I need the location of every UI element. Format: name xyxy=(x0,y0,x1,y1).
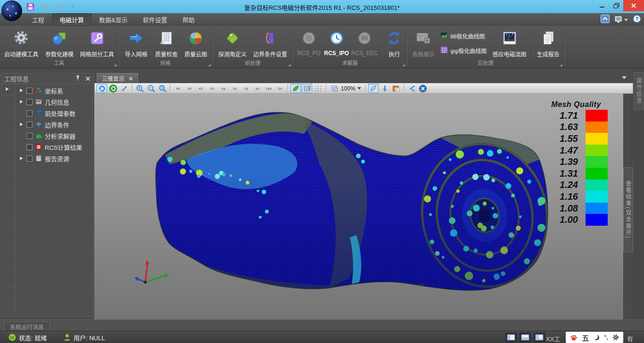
tree-item-geometry-info[interactable]: 几何信息 xyxy=(16,96,93,107)
checkbox[interactable] xyxy=(26,99,33,105)
expand-arrow-icon[interactable] xyxy=(20,100,23,104)
parametric-modeling-button[interactable]: 参数化建模 xyxy=(41,27,78,60)
tab-3d-display[interactable]: 三维显示 xyxy=(97,73,138,83)
generate-report-button[interactable]: 生成报告 xyxy=(535,27,562,60)
group-expand-icon[interactable] xyxy=(114,64,116,66)
drop-direction-button[interactable] xyxy=(380,84,390,93)
tab-project[interactable]: 工程 xyxy=(25,13,52,26)
tab-help[interactable]: 帮助 xyxy=(175,13,202,26)
collapse-ribbon-button[interactable] xyxy=(601,15,610,25)
checkbox[interactable] xyxy=(26,155,33,162)
pan-zoom-button[interactable] xyxy=(119,84,130,93)
mesh-tool-button[interactable]: 网格剖分工具 xyxy=(78,27,116,60)
status-text: 状态: 就绪 xyxy=(19,333,47,342)
checkbox[interactable] xyxy=(26,110,33,116)
expand-arrow-icon[interactable] xyxy=(20,89,23,92)
rcs-eec-button[interactable]: RCS_EEC xyxy=(350,27,379,60)
tree-item-coordinate-system[interactable]: 坐标系 xyxy=(16,85,93,96)
display-settings-button[interactable] xyxy=(614,16,628,24)
zoom-level-widget[interactable]: 100% xyxy=(329,84,363,93)
boundary-settings-button[interactable]: 边界条件设置 xyxy=(250,27,290,60)
help-button[interactable]: ? xyxy=(633,15,641,25)
close-button[interactable] xyxy=(623,0,644,11)
tab-list-dropdown-icon[interactable] xyxy=(622,76,627,79)
tab-software-settings[interactable]: 软件设置 xyxy=(135,13,175,26)
view-preset-button[interactable]: yx xyxy=(252,84,263,93)
view-preset-button[interactable]: xz xyxy=(196,84,206,93)
qat-customize-button[interactable] xyxy=(68,2,77,11)
probe-angle-button[interactable]: 探测角定义 xyxy=(215,27,250,60)
execute-button[interactable]: 执行 xyxy=(384,27,405,60)
group-expand-icon[interactable] xyxy=(402,64,405,66)
quality-check-button[interactable]: 质量检查 xyxy=(151,27,181,60)
theta-polar-curve-button[interactable]: θθ极化曲线图 xyxy=(440,32,487,41)
view-results-vertical-tab[interactable]: 查看结果(双击展开) xyxy=(623,167,633,252)
probe-connector-button[interactable] xyxy=(406,84,417,93)
checkbox[interactable] xyxy=(26,133,33,139)
undo-button[interactable] xyxy=(40,2,49,11)
root-expand-arrow[interactable] xyxy=(6,87,9,91)
view-preset-button[interactable]: zy xyxy=(230,84,240,93)
group-expand-icon[interactable] xyxy=(560,64,562,66)
tab-data-display[interactable]: 数据&显示 xyxy=(91,13,135,26)
launch-modeler-button[interactable]: 启动建模工具 xyxy=(2,27,41,60)
tree-item-report-resources[interactable]: 报告资源 xyxy=(16,153,93,164)
properties-vertical-tab[interactable]: 属性信息 xyxy=(634,72,644,110)
zoom-out-button[interactable] xyxy=(146,84,157,93)
psi-polar-curve-button[interactable]: ψψ极化曲线图 xyxy=(440,46,487,55)
expand-arrow-icon[interactable] xyxy=(20,156,23,160)
tab-em-compute[interactable]: 电磁计算 xyxy=(52,13,91,26)
checkbox[interactable] xyxy=(26,122,33,128)
surface-pick-button[interactable] xyxy=(368,84,379,93)
layout-bottom-panel-button[interactable] xyxy=(520,333,531,342)
import-mesh-button[interactable]: 导入网格 xyxy=(121,27,151,60)
flat-shading-button[interactable] xyxy=(302,84,312,93)
view-preset-button[interactable]: zx xyxy=(207,84,217,93)
view-preset-button[interactable]: zy xyxy=(241,84,251,93)
tree-item-rcs-results[interactable]: RCS计算结果 xyxy=(16,141,93,153)
capture-view-button[interactable] xyxy=(391,84,401,93)
clear-view-button[interactable] xyxy=(418,84,428,93)
chevron-down-icon xyxy=(357,87,361,90)
save-button[interactable] xyxy=(25,2,35,11)
ime-punctuation-toggle[interactable]: °, xyxy=(604,334,608,341)
rotate-view-button[interactable] xyxy=(97,84,107,93)
tree-item-boundary-condition[interactable]: 边界条件 xyxy=(16,119,93,130)
tree-item-preprocess-params[interactable]: 前处理参数 xyxy=(16,107,93,119)
redo-button[interactable] xyxy=(54,2,63,11)
rcs-po-button[interactable]: RCS_PO xyxy=(295,27,323,60)
system-messages-tab[interactable]: 系统运行消息 xyxy=(4,321,50,331)
table-display-button[interactable]: 表格展示 xyxy=(409,27,438,60)
restore-button[interactable] xyxy=(609,0,623,11)
ime-mode-label[interactable]: 五 xyxy=(582,333,589,343)
tree-item-analysis-solver[interactable]: 分析求解器 xyxy=(16,130,93,141)
zoom-in-button[interactable] xyxy=(135,84,145,93)
wireframe-points-button[interactable] xyxy=(313,84,323,93)
pin-icon[interactable] xyxy=(75,75,80,82)
induced-current-map-button[interactable]: 感应电磁流图 xyxy=(489,27,529,60)
ime-toolbar[interactable]: 五 °, xyxy=(566,332,623,343)
close-panel-icon[interactable] xyxy=(86,76,90,81)
view-preset-button[interactable]: zyx xyxy=(264,84,274,93)
layout-split-panel-button[interactable] xyxy=(534,333,545,342)
view-preset-button[interactable]: xz xyxy=(173,84,183,93)
title-bar[interactable]: 复杂目标RCS电磁分析软件2015 R1 - RCS_2015031801* xyxy=(0,0,644,13)
close-tab-icon[interactable] xyxy=(129,76,133,80)
rcs-ipo-button[interactable]: RCS_IPO xyxy=(323,27,351,60)
expand-arrow-icon[interactable] xyxy=(20,122,23,126)
minimize-button[interactable] xyxy=(595,0,609,11)
checkbox[interactable] xyxy=(26,144,33,150)
viewport-3d-canvas[interactable]: Mesh Quality 1.711.631.551.471.391.311.2… xyxy=(94,94,623,319)
view-preset-button[interactable]: zx xyxy=(184,84,195,93)
smooth-shading-button[interactable] xyxy=(290,84,301,93)
refresh-view-button[interactable] xyxy=(108,84,118,93)
checkbox[interactable] xyxy=(26,88,33,94)
view-preset-button[interactable]: zx xyxy=(275,84,285,93)
group-expand-icon[interactable] xyxy=(208,64,211,66)
view-preset-button[interactable]: xy xyxy=(218,84,229,93)
quality-cloud-button[interactable]: 质量云图 xyxy=(182,27,210,60)
app-logo[interactable] xyxy=(1,0,22,21)
zoom-fit-button[interactable] xyxy=(157,84,168,93)
layout-left-panel-button[interactable] xyxy=(505,333,517,342)
group-expand-icon[interactable] xyxy=(288,64,291,66)
